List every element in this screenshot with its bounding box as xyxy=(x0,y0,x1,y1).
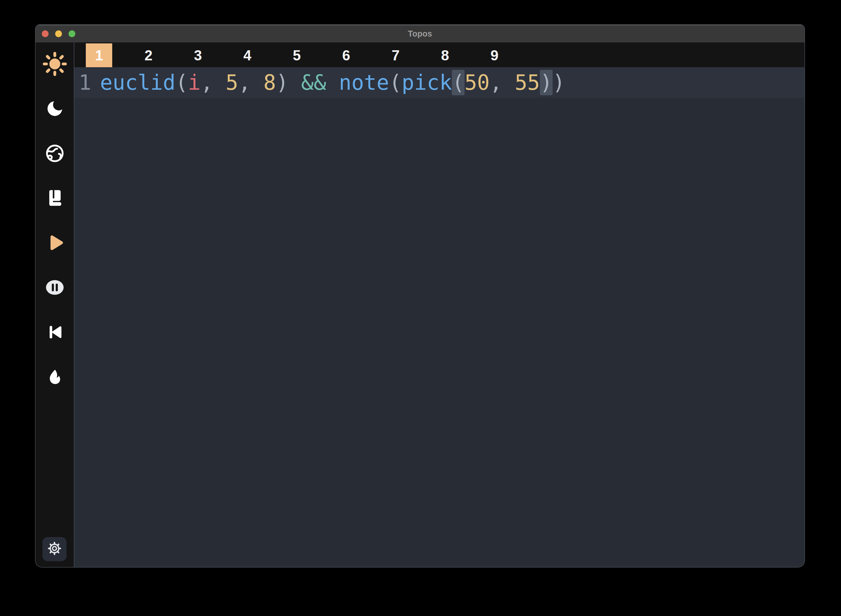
code-token-punct: , xyxy=(490,70,515,95)
sidebar-globe-button[interactable] xyxy=(44,143,65,163)
tab-label: 9 xyxy=(481,43,508,67)
code-token-punct-matched-bracket: ) xyxy=(540,70,552,95)
tab-label: 3 xyxy=(185,43,211,67)
code-token-function: pick xyxy=(401,70,452,95)
tab-5[interactable]: 5 xyxy=(272,43,322,67)
code-token-operator: && xyxy=(301,70,339,95)
settings-button[interactable] xyxy=(42,537,67,561)
tab-8[interactable]: 8 xyxy=(420,43,470,67)
code-token-punct: , xyxy=(238,70,263,95)
moon-icon xyxy=(45,99,64,119)
tab-label: 2 xyxy=(135,43,162,67)
code-line: euclid(i, 5, 8) && note(pick(50, 55)) xyxy=(100,67,566,98)
line-number: 1 xyxy=(79,67,91,98)
code-token-function: note xyxy=(339,70,389,95)
skip-back-icon xyxy=(46,323,64,341)
sidebar-book-button[interactable] xyxy=(44,188,65,208)
code-token-punct: , xyxy=(201,70,226,95)
tab-3[interactable]: 3 xyxy=(173,43,223,67)
pause-icon xyxy=(45,278,64,297)
tab-6[interactable]: 6 xyxy=(322,43,371,67)
play-icon xyxy=(45,233,65,253)
tab-label: 6 xyxy=(333,43,359,67)
code-token-number: 5 xyxy=(226,70,239,95)
tab-label: 7 xyxy=(382,43,409,67)
tab-label: 5 xyxy=(283,43,310,67)
code-token-punct: ) xyxy=(276,70,301,95)
code-token-punct: ( xyxy=(389,70,402,95)
tab-2[interactable]: 2 xyxy=(124,43,174,67)
window-title: Topos xyxy=(35,25,804,43)
book-icon xyxy=(45,189,64,207)
code-token-number: 50 xyxy=(464,70,490,95)
sidebar-play-button[interactable] xyxy=(44,232,65,253)
tab-1[interactable]: 1 xyxy=(75,43,124,67)
tab-bar: 123456789 xyxy=(75,43,804,67)
sidebar-pause-button[interactable] xyxy=(44,277,65,298)
sidebar-moon-button[interactable] xyxy=(44,98,65,119)
tab-label: 1 xyxy=(86,43,112,67)
code-token-punct: ( xyxy=(176,70,188,95)
sun-icon xyxy=(43,52,67,76)
sidebar-flame-button[interactable] xyxy=(44,367,65,387)
tab-9[interactable]: 9 xyxy=(470,43,519,67)
flame-icon xyxy=(46,368,64,386)
tab-label: 8 xyxy=(432,43,459,67)
tab-4[interactable]: 4 xyxy=(223,43,273,67)
tab-7[interactable]: 7 xyxy=(371,43,420,67)
tab-label: 4 xyxy=(234,43,261,67)
sidebar-skip-back-button[interactable] xyxy=(44,322,65,342)
app-window: Topos 123456789 1 euclid(i, 5, 8) && not… xyxy=(35,25,804,567)
sidebar-sun-button[interactable] xyxy=(44,54,65,74)
code-token-variable: i xyxy=(188,70,201,95)
sidebar xyxy=(35,43,75,567)
code-token-punct-matched-bracket: ( xyxy=(452,70,464,95)
code-editor[interactable]: 1 euclid(i, 5, 8) && note(pick(50, 55)) xyxy=(75,67,804,567)
desktop-background: Topos 123456789 1 euclid(i, 5, 8) && not… xyxy=(0,0,841,616)
gear-icon xyxy=(47,541,62,557)
titlebar[interactable]: Topos xyxy=(35,25,804,43)
code-token-punct: ) xyxy=(552,70,566,95)
globe-icon xyxy=(45,143,65,163)
code-token-function: euclid xyxy=(100,70,176,95)
active-line: 1 euclid(i, 5, 8) && note(pick(50, 55)) xyxy=(75,67,804,98)
code-token-number: 8 xyxy=(263,70,276,95)
code-token-number: 55 xyxy=(515,70,540,95)
